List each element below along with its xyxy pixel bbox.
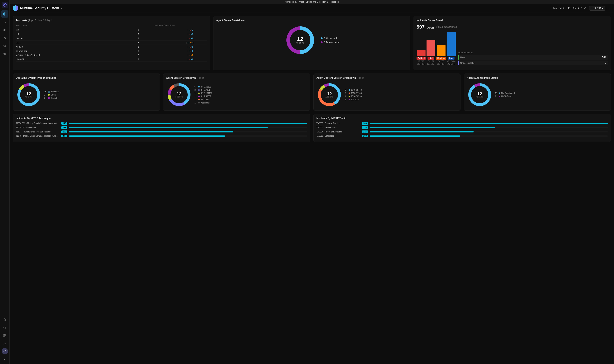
page-title: Runtime Security Custom (20, 6, 59, 10)
top-hosts-card: Top Hosts (Top 10 | Last 30 days) Host N… (13, 16, 210, 70)
connected-label: Connected (326, 37, 337, 39)
mitre-technique-bar-container (69, 135, 307, 137)
more-options-icon[interactable]: ⋮ (608, 6, 611, 10)
sidebar-item-query[interactable] (1, 316, 8, 323)
low-bar-group: Low 452 / 486 Overdue (447, 32, 456, 65)
sidebar: JB (0, 0, 10, 364)
table-row[interactable]: client-01 3 [ •1 •2 ] (16, 57, 207, 62)
mitre-technique-bar (69, 127, 268, 128)
sidebar-item-layers[interactable] (1, 42, 8, 50)
host-count-cell: 3 (102, 40, 175, 45)
v6-dot (198, 102, 200, 104)
v1-dot (198, 86, 200, 88)
host-dots-cell: [ •1 •2 ] (175, 28, 207, 32)
table-row[interactable]: ws-it10 2 [ •1 •1 ] (16, 45, 207, 49)
legend-v3: 1 8.7.0.131113 (194, 92, 212, 94)
mitre-tactic-count: 263 (362, 122, 368, 125)
connected-dot (321, 37, 323, 39)
sidebar-logo[interactable] (2, 2, 8, 8)
host-name-cell: daas-01 (16, 36, 102, 40)
mitre-technique-count: 95 (61, 135, 67, 137)
legend-v6: 1 Additional (194, 102, 212, 104)
legend-not-configured: 11 Not Configured (495, 92, 515, 94)
agent-status-legend: 6 Connected 6 Disconnected (321, 37, 340, 43)
sidebar-item-bug[interactable] (1, 34, 8, 41)
managed-banner: Managed by Threat Hunting and Detection … (10, 0, 614, 4)
legend-linux: 1 Linux (44, 94, 59, 96)
table-row[interactable]: ip-10-0-1-24.ec2.internal 2 [ •1 •1 ] (16, 53, 207, 57)
sidebar-item-dashboard[interactable] (1, 10, 8, 18)
mitre-tactic-bar-container (370, 131, 608, 132)
mitre-tactic-label: TA0001 - Initial Access (316, 127, 360, 129)
mitre-technique-item[interactable]: T1578.003 - Modify Cloud Compute Infrast… (16, 122, 307, 125)
header-right: Last Updated: Feb 6th 13:12 ⟳ Last 30D ▾… (553, 6, 611, 11)
mitre-technique-label: T1578.003 - Modify Cloud Compute Infrast… (16, 122, 60, 124)
avatar[interactable]: JB (2, 348, 8, 354)
date-range-label: Last 30D (591, 7, 601, 10)
not-configured-dot (499, 92, 500, 94)
date-range-button[interactable]: Last 30D ▾ (589, 6, 605, 11)
legend-up-to-date: 1 Up To Date (495, 95, 515, 97)
refresh-icon[interactable]: ⟳ (584, 6, 587, 10)
agent-ver-total: 12 (175, 92, 183, 96)
sidebar-item-alert[interactable] (1, 340, 8, 347)
table-row[interactable]: dc01 3 [ •1 •1 •1 ] (16, 40, 207, 45)
sidebar-item-star[interactable] (1, 50, 8, 58)
agent-ver-title: Agent Version Breakdown (Top 5) (166, 77, 307, 79)
severity-bars: Critical 15 / 15 Overdue High 54 / 61 Ov… (416, 32, 608, 65)
mitre-tactic-bar (370, 123, 608, 124)
last-updated-label: Last Updated: Feb 6th 13:12 (553, 7, 582, 9)
mitre-tactic-item[interactable]: TA0004 - Privilege Escalation 115 (316, 130, 608, 133)
mitre-tactic-list: TA0005 - Defense Evasion 263 TA0001 - In… (316, 122, 608, 137)
linux-icon (48, 94, 50, 96)
sidebar-item-expand[interactable] (1, 355, 8, 362)
agent-content-title: Agent Content Version Breakdown (Top 5) (316, 77, 457, 79)
incidents-board-card: Incidents Status Board 597 Open 595 Unas… (414, 16, 611, 70)
mitre-technique-item[interactable]: T1578 - Modify Cloud Compute Infrastruct… (16, 135, 307, 137)
legend-windows: 10 Windows (44, 91, 59, 93)
svg-rect-12 (4, 336, 5, 337)
agent-ver-donut: 12 AGENTS (166, 82, 192, 108)
legend-connected: 6 Connected (321, 37, 340, 39)
mitre-technique-count: 121 (61, 126, 67, 129)
agent-ver-inner: 12 AGENTS 5 8.4.0.51691 3 (166, 82, 307, 108)
medium-badge: Medium (436, 57, 446, 60)
high-bar-group: High 54 / 61 Overdue (427, 40, 435, 65)
mitre-technique-item[interactable]: T1078 - Valid Accounts 121 (16, 126, 307, 129)
table-row[interactable]: ap-web-app 2 [ •1 •1 ] (16, 49, 207, 53)
under-investigation-row[interactable]: Under Investi... 3 (458, 61, 608, 65)
host-name-cell: ip-10-0-1-24.ec2.internal (16, 53, 102, 57)
agent-content-card: Agent Content Version Breakdown (Top 5) (313, 74, 460, 111)
critical-stats: 15 / 15 (418, 60, 424, 63)
sidebar-item-target[interactable] (1, 26, 8, 34)
c3-dot (348, 96, 350, 97)
sidebar-item-settings[interactable] (1, 324, 8, 331)
title-chevron-icon[interactable]: ▾ (61, 7, 62, 10)
table-row[interactable]: pc1 3 [ •1 •2 ] (16, 28, 207, 32)
critical-bar-group: Critical 15 / 15 Overdue (416, 50, 426, 65)
table-row[interactable]: pc2 3 [ •1 •2 ] (16, 32, 207, 36)
mitre-tactic-item[interactable]: TA0001 - Initial Access 138 (316, 126, 608, 129)
host-count-cell: 2 (102, 53, 175, 57)
agent-ver-legend: 5 8.4.0.51691 3 8.7.0.7351 1 8.7. (194, 86, 212, 104)
disconnected-label: Disconnected (326, 41, 340, 43)
os-dist-center: 12 AGENTS (25, 92, 33, 98)
svg-point-3 (4, 13, 5, 14)
mitre-technique-item[interactable]: T1537 - Transfer Data to Cloud Account 1… (16, 130, 307, 133)
mitre-tactic-item[interactable]: TA0005 - Defense Evasion 263 (316, 122, 608, 125)
medium-overdue: Overdue (437, 63, 445, 65)
agent-ver-label: AGENTS (175, 96, 183, 98)
mitre-technique-bar (69, 123, 307, 124)
host-name-cell: pc2 (16, 32, 102, 36)
new-incidents-row[interactable]: New 594 (458, 55, 608, 60)
mitre-technique-count: 145 (61, 122, 67, 125)
sidebar-item-shield[interactable] (1, 18, 8, 26)
mitre-technique-list: T1578.003 - Modify Cloud Compute Infrast… (16, 122, 307, 137)
mitre-tactic-card: Incidents By MITRE Tactic TA0005 - Defen… (313, 114, 611, 142)
os-dist-total: 12 (25, 92, 33, 96)
c2-dot (348, 92, 350, 94)
sidebar-item-grid[interactable] (1, 332, 8, 339)
mitre-tactic-item[interactable]: TA0010 - Exfiltration 100 (316, 135, 608, 137)
table-row[interactable]: daas-01 3 [ •1 •2 ] (16, 36, 207, 40)
low-bar (447, 32, 456, 56)
